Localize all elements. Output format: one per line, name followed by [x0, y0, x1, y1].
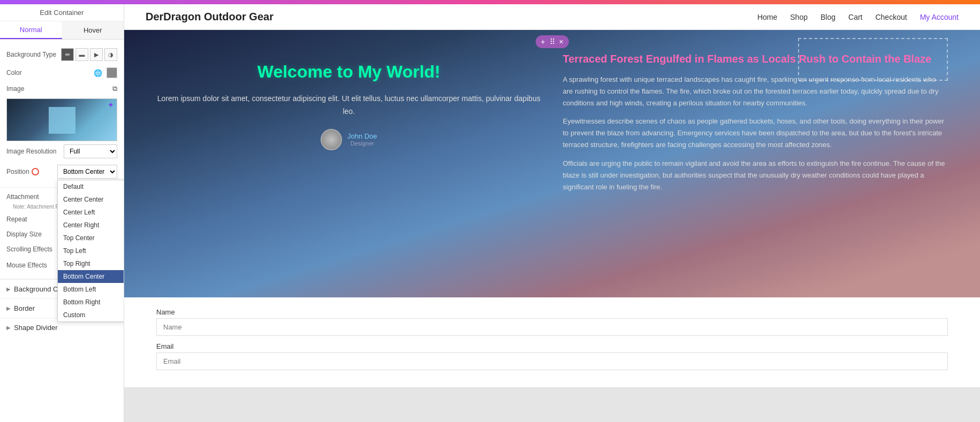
bg-gradient-icon[interactable]: ◑ — [104, 48, 117, 61]
top-progress-bar — [0, 0, 980, 4]
nav-item-home[interactable]: Home — [757, 13, 777, 21]
form-section: Name Email — [124, 297, 980, 387]
background-type-label: Background Type — [6, 51, 56, 58]
border-label: Border — [14, 304, 35, 312]
shape-divider-chevron: ▶ — [6, 325, 11, 331]
position-dropdown-menu: Default Center Center Center Left Center… — [57, 180, 124, 322]
position-option-bottom-left[interactable]: Bottom Left — [58, 283, 124, 296]
color-controls: 🌐 — [93, 67, 117, 78]
email-input[interactable] — [156, 352, 948, 370]
author-row: John Doe Designer — [156, 129, 542, 150]
email-label: Email — [156, 342, 948, 350]
position-option-top-left[interactable]: Top Left — [58, 244, 124, 257]
position-dropdown[interactable]: Default Center Center Center Left Center… — [57, 165, 117, 179]
position-dropdown-container: Bottom Center Default Center Center Cent… — [57, 165, 117, 179]
article-para-3: Officials are urging the public to remai… — [563, 158, 948, 193]
hero-body: Lorem ipsum dolor sit amet, consectetur … — [156, 93, 542, 118]
tab-normal[interactable]: Normal — [0, 21, 62, 39]
position-option-custom[interactable]: Custom — [58, 309, 124, 321]
image-resolution-row: Image Resolution Full — [6, 141, 117, 162]
article-para-2: Eyewitnesses describe scenes of chaos as… — [563, 116, 948, 151]
content-area: DerDragon Outdoor Gear Home Shop Blog Ca… — [124, 4, 980, 422]
dashed-selection-box — [798, 38, 948, 81]
bg-image-icon[interactable]: ▬ — [75, 48, 88, 61]
position-option-top-right[interactable]: Top Right — [58, 257, 124, 270]
color-row: Color 🌐 — [6, 64, 117, 81]
position-option-center-left[interactable]: Center Left — [58, 206, 124, 219]
image-label: Image — [6, 85, 49, 93]
nav-item-checkout[interactable]: Checkout — [875, 13, 907, 21]
background-type-icons: ✏ ▬ ▶ ◑ — [61, 48, 117, 61]
tab-row: Normal Hover — [0, 21, 124, 40]
border-chevron: ▶ — [6, 305, 11, 311]
nav-item-blog[interactable]: Blog — [821, 13, 835, 21]
position-option-bottom-center[interactable]: Bottom Center — [58, 270, 124, 283]
bg-video-icon[interactable]: ▶ — [90, 48, 103, 61]
background-type-row: Background Type ✏ ▬ ▶ ◑ — [6, 45, 117, 64]
position-option-bottom-right[interactable]: Bottom Right — [58, 296, 124, 309]
image-link-icon[interactable]: ⧉ — [112, 85, 117, 93]
position-label: Position — [6, 168, 39, 175]
image-add-icon[interactable]: ✦ — [107, 101, 115, 109]
name-field: Name — [156, 308, 948, 336]
background-overlay-chevron: ▶ — [6, 286, 11, 292]
mouse-effects-label: Mouse Effects — [6, 262, 49, 269]
color-label: Color — [6, 69, 49, 76]
toolbar-add-btn[interactable]: + — [541, 37, 545, 46]
attachment-label: Attachment — [6, 193, 49, 201]
author-title-text: Designer — [347, 140, 377, 147]
site-logo: DerDragon Outdoor Gear — [146, 11, 274, 23]
shape-divider-label: Shape Divider — [14, 324, 58, 332]
position-row: Position Bottom Center Default Center Ce… — [6, 162, 117, 182]
author-info: John Doe Designer — [347, 132, 377, 147]
author-name: John Doe — [347, 132, 377, 140]
author-avatar — [321, 129, 342, 150]
color-swatch[interactable] — [107, 67, 117, 78]
image-placeholder — [7, 99, 117, 141]
sidebar-panel: Edit Container Normal Hover Background T… — [0, 4, 124, 422]
position-select-display[interactable]: Default Center Center Center Left Center… — [57, 165, 117, 179]
bg-classic-icon[interactable]: ✏ — [61, 48, 74, 61]
globe-icon[interactable]: 🌐 — [93, 67, 103, 78]
nav-item-shop[interactable]: Shop — [790, 13, 808, 21]
name-input[interactable] — [156, 318, 948, 336]
nav-item-cart[interactable]: Cart — [848, 13, 862, 21]
repeat-label: Repeat — [6, 216, 49, 223]
image-preview-container: ✦ — [6, 98, 117, 141]
floating-toolbar: + ⠿ × — [535, 35, 568, 48]
image-resolution-select[interactable]: Full — [64, 144, 117, 158]
hero-left-column: Welcome to My World! Lorem ipsum dolor s… — [156, 51, 542, 200]
image-resolution-label: Image Resolution — [6, 148, 56, 155]
hero-section: + ⠿ × Welcome to My World! Lorem ipsum d… — [124, 30, 980, 297]
email-field: Email — [156, 342, 948, 370]
site-nav: Home Shop Blog Cart Checkout My Account — [757, 13, 959, 21]
position-option-center-center[interactable]: Center Center — [58, 193, 124, 206]
toolbar-move-btn[interactable]: ⠿ — [550, 37, 555, 46]
sidebar-title: Edit Container — [0, 4, 124, 21]
nav-item-myaccount[interactable]: My Account — [920, 13, 959, 21]
site-navbar: DerDragon Outdoor Gear Home Shop Blog Ca… — [124, 4, 980, 30]
image-inner-blue — [49, 107, 75, 134]
name-label: Name — [156, 308, 948, 316]
tab-hover[interactable]: Hover — [62, 21, 124, 39]
position-option-center-right[interactable]: Center Right — [58, 219, 124, 232]
position-indicator — [32, 168, 39, 175]
hero-title: Welcome to My World! — [156, 62, 542, 82]
position-option-top-center[interactable]: Top Center — [58, 232, 124, 244]
background-type-section: Background Type ✏ ▬ ▶ ◑ Color 🌐 Image ⧉ — [0, 40, 124, 188]
display-size-label: Display Size — [6, 231, 49, 238]
scrolling-effects-label: Scrolling Effects — [6, 245, 52, 253]
image-row: Image ⧉ — [6, 81, 117, 96]
image-preview[interactable] — [6, 98, 117, 141]
toolbar-close-btn[interactable]: × — [559, 37, 564, 46]
position-option-default[interactable]: Default — [58, 180, 124, 193]
